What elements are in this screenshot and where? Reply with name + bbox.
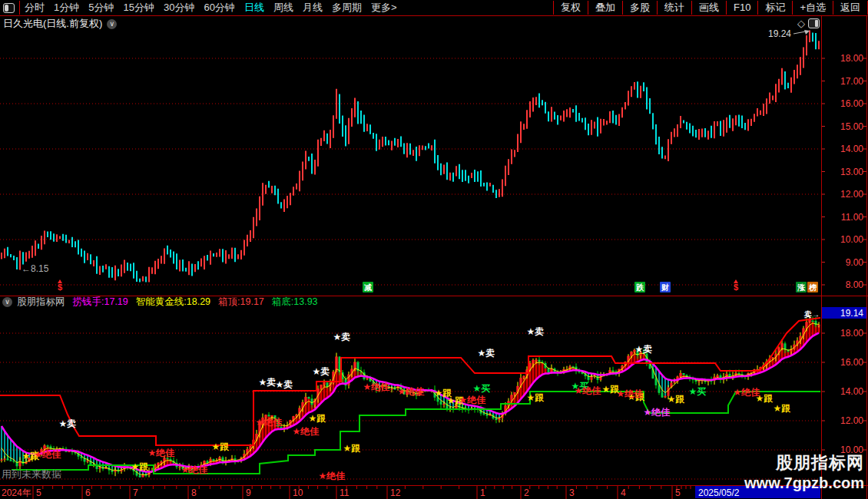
toolbar-button[interactable]: 复权 [553,1,588,15]
layout-window-icon[interactable] [3,3,15,13]
svg-text:18.00: 18.00 [840,53,863,64]
diamond-icon[interactable]: ◇ [797,18,805,29]
chart-titlebar: 日久光电(日线.前复权) ∨ [0,17,819,31]
indicator-header: ∨ 股朋指标网 捞钱手:17.19 智能黄金线:18.29 箱顶:19.17 箱… [0,296,318,307]
price-axis-main: 18.0017.0016.0015.0014.0013.0012.0011.00… [821,53,866,455]
field-label: 箱底: [272,296,293,307]
svg-text:★绝佳: ★绝佳 [459,395,486,405]
svg-text:19.14: 19.14 [840,308,863,319]
svg-text:18.00: 18.00 [840,328,863,339]
svg-text:12.00: 12.00 [840,415,863,426]
svg-text:2: 2 [524,487,529,498]
field-label: 箱顶: [218,296,240,307]
toolbar-right-group: 复权 叠加 多股 统计 画线 F10 标记 +自选 返回 [553,0,868,15]
svg-text:16.00: 16.00 [840,98,863,109]
svg-text:★卖: ★卖 [635,344,653,355]
chart-canvas[interactable]: ←8.1519.24$减跌财$涨榜18.0017.0016.0015.0014.… [0,0,868,499]
indicator-panel[interactable]: ★卖★卖★卖★卖★卖★卖★卖★卖★买★买★买★跟★跟★跟★跟★跟★跟★跟★跟★跟… [0,307,866,481]
svg-text:2024年: 2024年 [2,487,31,498]
corner-icons: ◇ [797,18,820,29]
date-axis: 2024年56789101112123452025/05/2 [2,486,820,499]
watermark-site-name: 股朋指标网 [744,451,864,474]
toolbar-button[interactable]: 多股 [622,1,657,15]
period-tab-active[interactable]: 日线 [244,1,264,15]
price-axis-line [821,16,822,499]
stock-title: 日久光电(日线.前复权) [3,17,102,31]
svg-text:5: 5 [36,487,41,498]
svg-text:5: 5 [675,487,681,498]
more-menu[interactable]: 更多> [371,1,397,15]
svg-text:←8.15: ←8.15 [22,263,49,274]
toolbar: 分时 1分钟 5分钟 15分钟 30分钟 60分钟 日线 周线 月线 多周期 更… [0,0,868,15]
svg-text:★卖: ★卖 [313,366,330,377]
indicator-field: 捞钱手:17.19 [73,296,128,309]
period-tab[interactable]: 1分钟 [54,1,79,15]
toolbar-separator [19,1,20,15]
svg-text:★跟: ★跟 [131,461,149,472]
svg-text:10: 10 [293,487,303,498]
period-tab[interactable]: 分时 [25,1,45,15]
svg-text:减: 减 [364,283,372,292]
svg-text:7: 7 [133,487,138,498]
divider-toolbar [0,15,868,16]
field-label: 智能黄金线: [136,296,187,307]
svg-text:14.00: 14.00 [840,144,863,154]
svg-text:★绝佳: ★绝佳 [319,471,346,481]
toolbar-button[interactable]: 返回 [833,1,868,15]
svg-text:11: 11 [340,487,350,498]
indicator-name[interactable]: 股朋指标网 [17,296,65,309]
svg-text:★卖: ★卖 [276,379,293,390]
field-value: 17.19 [104,296,128,307]
svg-text:9.00: 9.00 [846,257,864,268]
svg-text:2025/05/2: 2025/05/2 [698,487,740,498]
toolbar-button[interactable]: 统计 [657,1,691,15]
svg-text:12.00: 12.00 [840,189,863,200]
svg-text:11.00: 11.00 [841,212,863,223]
period-tab[interactable]: 多周期 [332,1,362,15]
svg-text:★跟: ★跟 [527,392,545,403]
watermark: 股朋指标网 www.7gpzb.com [744,451,864,492]
svg-text:$: $ [58,283,62,292]
svg-text:8: 8 [191,487,197,498]
toolbar-button[interactable]: 叠加 [588,1,622,15]
svg-text:17.00: 17.00 [840,76,863,87]
svg-text:★绝佳: ★绝佳 [734,387,760,398]
svg-text:财: 财 [661,283,669,292]
svg-text:★跟: ★跟 [212,441,230,452]
svg-text:10.00: 10.00 [840,234,863,245]
svg-text:涨: 涨 [797,283,806,292]
svg-text:★绝佳: ★绝佳 [575,385,601,396]
toolbar-button[interactable]: F10 [726,1,757,15]
chevron-down-icon[interactable]: ∨ [107,19,117,29]
svg-text:★跟: ★跟 [774,403,791,414]
svg-text:★绝佳: ★绝佳 [256,417,283,428]
toolbar-button[interactable]: +自选 [792,1,833,15]
period-tab[interactable]: 30分钟 [164,1,194,15]
divider-panel [0,296,868,296]
toolbar-button[interactable]: 标记 [757,1,792,15]
period-tab[interactable]: 周线 [273,1,293,15]
chevron-down-icon[interactable]: ∨ [2,297,12,307]
side-panel-toggle-icon[interactable] [808,18,820,28]
svg-text:★卖: ★卖 [527,326,545,337]
toolbar-button[interactable]: 画线 [691,1,726,15]
svg-text:★买: ★买 [689,386,707,397]
main-chart[interactable]: ←8.1519.24$减跌财$涨榜 [0,28,820,292]
period-tab[interactable]: 月线 [303,1,323,15]
svg-text:★绝佳: ★绝佳 [398,386,425,397]
field-label: 捞钱手: [73,296,104,307]
period-tab[interactable]: 60分钟 [204,1,234,15]
svg-text:1: 1 [480,487,485,498]
indicator-field: 箱底:13.93 [272,296,318,309]
svg-text:13.00: 13.00 [840,167,863,177]
svg-text:6: 6 [85,487,91,498]
period-tab[interactable]: 15分钟 [123,1,154,15]
period-tab[interactable]: 5分钟 [88,1,114,15]
svg-text:★卖: ★卖 [333,332,351,342]
svg-text:★绝佳: ★绝佳 [363,382,390,392]
svg-text:12: 12 [390,487,401,498]
svg-text:榜: 榜 [808,283,817,292]
svg-text:★买: ★买 [473,383,491,394]
svg-text:8.00: 8.00 [846,279,864,290]
svg-text:★绝佳: ★绝佳 [35,449,61,460]
